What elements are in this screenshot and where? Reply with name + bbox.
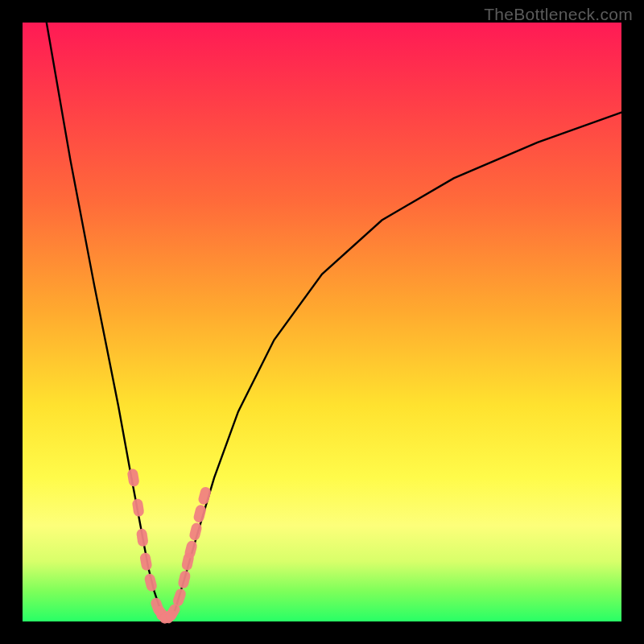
curve-left-branch (47, 23, 163, 618)
svg-rect-0 (126, 469, 139, 488)
marker-dot (126, 469, 139, 488)
marker-dot (136, 528, 149, 547)
highlight-markers (126, 469, 212, 625)
svg-rect-2 (136, 528, 149, 547)
marker-dot (197, 485, 212, 506)
marker-dot (177, 570, 192, 589)
plot-area (23, 23, 621, 621)
bottleneck-curve (47, 23, 621, 618)
svg-rect-3 (139, 552, 153, 572)
svg-rect-11 (177, 570, 192, 589)
curve-right-branch (169, 113, 621, 619)
marker-dot (132, 498, 145, 518)
svg-rect-4 (143, 572, 158, 592)
marker-dot (139, 552, 153, 572)
chart-frame: TheBottleneck.com (0, 0, 644, 644)
svg-rect-1 (132, 498, 145, 518)
svg-rect-16 (197, 485, 212, 506)
curve-layer (23, 23, 621, 621)
marker-dot (143, 572, 158, 592)
watermark-text: TheBottleneck.com (484, 5, 633, 24)
